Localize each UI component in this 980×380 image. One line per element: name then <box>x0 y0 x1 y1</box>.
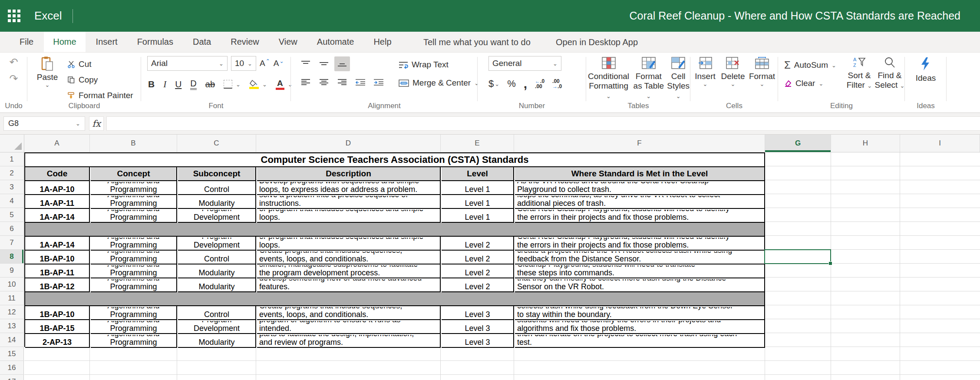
cell-f9[interactable]: Cleanup Playground, students will need t… <box>515 264 765 278</box>
align-middle-button[interactable] <box>316 56 332 71</box>
column-header-i[interactable]: I <box>900 135 980 152</box>
cell-a4[interactable]: 1A-AP-11 <box>25 195 90 209</box>
cell-e14[interactable]: Level 3 <box>442 334 514 348</box>
tab-review[interactable]: Review <box>221 32 268 52</box>
cell-f3[interactable]: As the VR Robots drive around the Coral … <box>515 181 765 195</box>
cell-d8[interactable]: Create programs that include sequences,e… <box>257 251 441 264</box>
increase-font-size-button[interactable]: A⌃ <box>260 59 270 68</box>
row-header-4[interactable]: 4 <box>0 194 24 208</box>
align-bottom-button[interactable] <box>334 56 350 71</box>
currency-format-button[interactable]: $ ⌄ <box>488 78 499 89</box>
percent-format-button[interactable]: % <box>507 78 516 89</box>
cell-e7[interactable]: Level 2 <box>442 237 514 251</box>
autosum-button[interactable]: Σ AutoSum ⌄ <box>784 59 836 71</box>
cell-f7[interactable]: Coral Reef Cleanup Playground, students … <box>515 237 765 251</box>
italic-button[interactable]: I <box>163 79 166 90</box>
underline-button[interactable]: U <box>175 79 181 89</box>
cut-button[interactable]: Cut <box>67 59 133 69</box>
row-header-17[interactable]: 17 <box>0 375 24 380</box>
row-header-6[interactable]: 6 <box>0 222 24 236</box>
cell-b9[interactable]: Algorithms andProgramming <box>91 264 177 278</box>
cell-d10[interactable]: develop something new or add more advanc… <box>257 278 441 292</box>
cell-e12[interactable]: Level 3 <box>442 306 514 320</box>
cell-b10[interactable]: Algorithms andProgramming <box>91 278 177 292</box>
cell-c9[interactable]: Modularity <box>178 264 256 278</box>
fill-handle[interactable] <box>828 261 832 265</box>
increase-indent-button[interactable] <box>371 75 386 89</box>
cell-c13[interactable]: ProgramDevelopment <box>178 320 256 334</box>
cell-e10[interactable]: Level 2 <box>442 278 514 292</box>
cell-c7[interactable]: ProgramDevelopment <box>178 237 256 251</box>
cell-b13[interactable]: Algorithms andProgramming <box>91 320 177 334</box>
row-header-13[interactable]: 13 <box>0 319 24 333</box>
tab-automate[interactable]: Automate <box>308 32 363 52</box>
row-header-11[interactable]: 11 <box>0 291 24 305</box>
cell-d7[interactable]: or program that includes sequences and s… <box>257 237 441 251</box>
row-header-10[interactable]: 10 <box>0 278 24 291</box>
undo-icon[interactable]: ↶ <box>9 57 18 67</box>
font-family-select[interactable]: Arial ⌄ <box>147 56 228 71</box>
cell-f5[interactable]: Coral Reef Cleanup Playground, students … <box>515 209 765 223</box>
column-header-f[interactable]: F <box>514 135 765 152</box>
decrease-decimal-button[interactable]: .00→.0 <box>552 79 562 89</box>
cell-a9[interactable]: 1B-AP-11 <box>25 264 90 278</box>
fill-color-button[interactable]: ⌄ <box>249 80 267 89</box>
font-color-button[interactable]: A ⌄ <box>276 79 293 90</box>
name-box[interactable]: G8 ⌄ <box>3 116 85 131</box>
number-format-select[interactable]: General ⌄ <box>488 56 561 71</box>
align-left-button[interactable] <box>298 75 313 89</box>
cell-f8[interactable]: create a project where the VR Robot coll… <box>515 251 765 264</box>
separator-row-11[interactable] <box>25 292 765 306</box>
header-cell-where-standard-is-met-in-the-level[interactable]: Where Standard is Met in the Level <box>515 167 765 181</box>
column-header-e[interactable]: E <box>441 135 514 152</box>
header-cell-description[interactable]: Description <box>257 167 441 181</box>
header-cell-concept[interactable]: Concept <box>91 167 177 181</box>
cell-a5[interactable]: 1A-AP-14 <box>25 209 90 223</box>
strikethrough-button[interactable]: ab <box>205 79 215 89</box>
cell-d14[interactable]: parts to facilitate the design, implemen… <box>257 334 441 348</box>
cell-c10[interactable]: Modularity <box>178 278 256 292</box>
row-header-8[interactable]: 8 <box>0 250 24 264</box>
cell-d12[interactable]: Create programs that include sequences,e… <box>257 306 441 320</box>
tell-me-box[interactable]: Tell me what you want to do <box>423 32 531 53</box>
merge-center-button[interactable]: Merge & Center ⌄ <box>399 77 479 89</box>
separator-row-6[interactable] <box>25 223 765 237</box>
cell-d4[interactable]: solve a problem into a precise sequence … <box>257 195 441 209</box>
cell-e3[interactable]: Level 1 <box>442 181 514 195</box>
cell-c8[interactable]: Control <box>178 251 256 264</box>
tab-file[interactable]: File <box>10 32 43 52</box>
cell-a10[interactable]: 1B-AP-12 <box>25 278 90 292</box>
row-header-5[interactable]: 5 <box>0 208 24 222</box>
align-center-button[interactable] <box>316 75 332 89</box>
wrap-text-button[interactable]: Wrap Text <box>399 59 479 71</box>
cell-f13[interactable]: students will need to identify the error… <box>515 320 765 334</box>
cell-c5[interactable]: ProgramDevelopment <box>178 209 256 223</box>
cell-b3[interactable]: Algorithms andProgramming <box>91 181 177 195</box>
cell-a3[interactable]: 1A-AP-10 <box>25 181 90 195</box>
bold-button[interactable]: B <box>148 79 155 89</box>
tab-insert[interactable]: Insert <box>87 32 127 52</box>
decrease-font-size-button[interactable]: A⌄ <box>274 59 284 68</box>
row-header-12[interactable]: 12 <box>0 305 24 319</box>
cell-a13[interactable]: 1B-AP-15 <box>25 320 90 334</box>
column-header-a[interactable]: A <box>24 135 90 152</box>
cell-c14[interactable]: Modularity <box>178 334 256 348</box>
font-size-select[interactable]: 10 ⌄ <box>231 56 256 71</box>
select-all-corner[interactable] <box>0 135 24 152</box>
row-header-3[interactable]: 3 <box>0 180 24 194</box>
selection-box[interactable] <box>764 249 831 264</box>
row-header-14[interactable]: 14 <box>0 333 24 347</box>
formula-input[interactable] <box>106 116 980 131</box>
column-header-g[interactable]: G <box>765 135 831 152</box>
cell-e5[interactable]: Level 1 <box>442 209 514 223</box>
header-cell-level[interactable]: Level <box>442 167 514 181</box>
cell-a14[interactable]: 2-AP-13 <box>25 334 90 348</box>
align-right-button[interactable] <box>334 75 350 89</box>
cell-c3[interactable]: Control <box>178 181 256 195</box>
cell-d5[interactable]: or program that includes sequences and s… <box>257 209 441 223</box>
cell-b4[interactable]: Algorithms andProgramming <box>91 195 177 209</box>
row-header-16[interactable]: 16 <box>0 361 24 375</box>
cell-d13[interactable]: program or algorithm to ensure it runs a… <box>257 320 441 334</box>
format-painter-button[interactable]: Format Painter <box>67 91 133 100</box>
cell-b5[interactable]: Algorithms andProgramming <box>91 209 177 223</box>
